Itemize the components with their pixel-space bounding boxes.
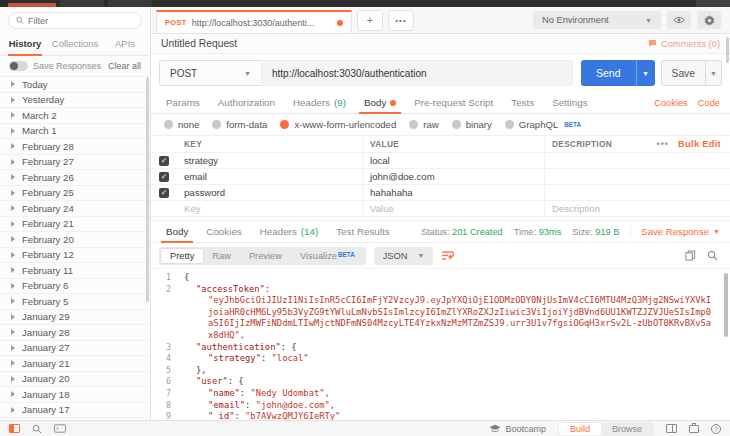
bulk-edit-link[interactable]: Bulk Edit — [678, 139, 721, 149]
kv-value-cell[interactable]: local — [363, 153, 545, 168]
response-tab-test-results[interactable]: Test Results — [327, 221, 398, 242]
save-response-button[interactable]: Save Response ▼ — [630, 226, 720, 237]
body-mode-form-data[interactable]: form-data — [212, 119, 267, 130]
kv-value-cell[interactable]: hahahaha — [363, 185, 545, 200]
open-request-tab[interactable]: POST http://localhost:3030/authenti... — [156, 10, 352, 33]
comments-button[interactable]: Comments (0) — [648, 39, 720, 49]
kv-key-cell[interactable]: strategy — [177, 153, 363, 168]
history-item-march-2[interactable]: March 2 — [0, 108, 150, 124]
history-item-january-20[interactable]: January 20 — [0, 372, 150, 388]
view-tab-raw[interactable]: Raw — [203, 249, 240, 263]
sidebar-scrollbar[interactable] — [146, 77, 149, 302]
history-item-january-16[interactable]: January 16 — [0, 418, 150, 420]
response-tab-cookies[interactable]: Cookies — [197, 221, 250, 242]
bootcamp-button[interactable]: Bootcamp — [489, 424, 546, 434]
history-item-february-11[interactable]: February 11 — [0, 263, 150, 279]
sidebar-tab-history[interactable]: History — [0, 33, 50, 55]
two-pane-view-icon[interactable] — [666, 424, 677, 433]
body-mode-x-www-form-urlencoded[interactable]: x-www-form-urlencoded — [280, 119, 396, 130]
body-mode-binary[interactable]: binary — [452, 119, 492, 130]
search-response-icon[interactable] — [707, 250, 718, 261]
history-item-february-12[interactable]: February 12 — [0, 248, 150, 264]
history-item-january-29[interactable]: January 29 — [0, 310, 150, 326]
checkbox-checked-icon[interactable] — [159, 188, 169, 198]
request-tab-body[interactable]: Body — [355, 92, 405, 113]
url-input[interactable] — [261, 60, 573, 86]
history-item-january-27[interactable]: January 27 — [0, 341, 150, 357]
copy-icon[interactable] — [685, 250, 696, 261]
kv-value-input[interactable]: Value — [363, 201, 545, 216]
history-item-january-17[interactable]: January 17 — [0, 403, 150, 419]
environment-quicklook-button[interactable] — [667, 11, 691, 29]
environment-settings-button[interactable] — [697, 11, 721, 29]
history-item-january-21[interactable]: January 21 — [0, 356, 150, 372]
new-tab-button[interactable]: + — [357, 10, 383, 31]
environment-selector[interactable]: No Environment ▼ — [533, 11, 661, 29]
history-item-yesterday[interactable]: Yesterday — [0, 93, 150, 109]
filter-input[interactable] — [28, 16, 134, 26]
request-tab-headers[interactable]: Headers(9) — [284, 92, 355, 113]
cookies-link[interactable]: Cookies — [654, 98, 688, 108]
tab-options-button[interactable]: ••• — [388, 10, 414, 31]
method-selector[interactable]: POST ▼ — [159, 60, 261, 86]
body-mode-graphql[interactable]: GraphQLBETA — [505, 119, 581, 130]
sidebar-toggle-icon[interactable] — [9, 424, 20, 433]
request-tab-tests[interactable]: Tests — [502, 92, 543, 113]
code-link[interactable]: Code — [698, 98, 720, 108]
request-tab-authorization[interactable]: Authorization — [209, 92, 284, 113]
save-options-caret[interactable]: ▼ — [705, 61, 721, 85]
clear-all-link[interactable]: Clear all — [108, 61, 141, 71]
launchpad-icon[interactable] — [689, 425, 699, 433]
kv-key-cell[interactable]: password — [177, 185, 363, 200]
kv-description-cell[interactable] — [545, 185, 652, 200]
sidebar-tab-apis[interactable]: APIs — [100, 33, 150, 55]
console-icon[interactable] — [54, 424, 66, 433]
history-item-january-28[interactable]: January 28 — [0, 325, 150, 341]
history-item-february-5[interactable]: February 5 — [0, 294, 150, 310]
body-mode-none[interactable]: none — [164, 119, 199, 130]
body-mode-raw[interactable]: raw — [409, 119, 438, 130]
view-tab-pretty[interactable]: Pretty — [161, 249, 203, 263]
main-scrollbar[interactable] — [726, 37, 729, 63]
history-item-february-20[interactable]: February 20 — [0, 232, 150, 248]
save-responses-toggle[interactable] — [9, 61, 28, 71]
code-scrollbar[interactable] — [724, 273, 728, 337]
history-item-today[interactable]: Today — [0, 77, 150, 93]
history-item-february-25[interactable]: February 25 — [0, 186, 150, 202]
browse-tab[interactable]: Browse — [601, 423, 653, 435]
history-item-march-1[interactable]: March 1 — [0, 124, 150, 140]
request-tab-settings[interactable]: Settings — [543, 92, 596, 113]
history-item-february-27[interactable]: February 27 — [0, 155, 150, 171]
send-options-caret[interactable]: ▼ — [636, 60, 655, 86]
history-item-january-18[interactable]: January 18 — [0, 387, 150, 403]
format-selector[interactable]: JSON ▼ — [374, 247, 434, 265]
kv-key-input[interactable]: Key — [177, 201, 363, 216]
kv-description-cell[interactable] — [545, 169, 652, 184]
send-button[interactable]: Send ▼ — [581, 60, 655, 86]
wrap-text-button[interactable] — [441, 250, 454, 261]
history-item-february-28[interactable]: February 28 — [0, 139, 150, 155]
save-button[interactable]: Save ▼ — [661, 60, 722, 86]
filter-box[interactable] — [8, 12, 142, 29]
history-item-february-26[interactable]: February 26 — [0, 170, 150, 186]
sidebar-tab-collections[interactable]: Collections — [50, 33, 100, 55]
history-item-february-21[interactable]: February 21 — [0, 217, 150, 233]
view-tab-preview[interactable]: Preview — [240, 249, 291, 263]
kv-description-input[interactable]: Description — [545, 201, 652, 216]
request-tab-pre-request-script[interactable]: Pre-request Script — [405, 92, 502, 113]
more-options-icon[interactable]: ••• — [657, 139, 669, 149]
response-tab-body[interactable]: Body — [157, 221, 197, 242]
checkbox-checked-icon[interactable] — [159, 172, 169, 182]
history-item-february-6[interactable]: February 6 — [0, 279, 150, 295]
response-body-viewer[interactable]: 1{2"accessToken":"eyJhbGciOiJIUzI1NiIsIn… — [151, 268, 730, 420]
response-tab-headers[interactable]: Headers(14) — [251, 221, 327, 242]
build-tab[interactable]: Build — [559, 423, 601, 435]
request-tab-params[interactable]: Params — [157, 92, 209, 113]
view-tab-visualize[interactable]: VisualizeBETA — [291, 249, 364, 263]
kv-value-cell[interactable]: john@doe.com — [363, 169, 545, 184]
kv-key-cell[interactable]: email — [177, 169, 363, 184]
history-item-february-24[interactable]: February 24 — [0, 201, 150, 217]
kv-description-cell[interactable] — [545, 153, 652, 168]
help-icon[interactable]: ? — [711, 424, 721, 434]
search-all-icon[interactable] — [32, 424, 42, 434]
